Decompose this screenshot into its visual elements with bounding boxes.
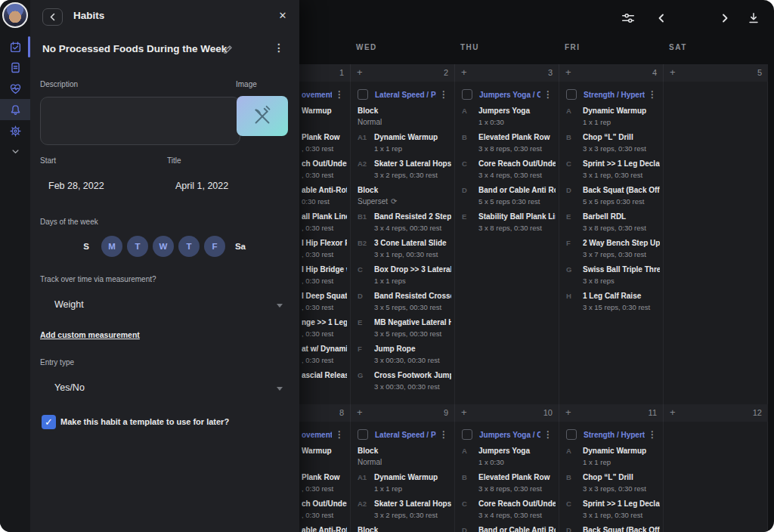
exercise-letter: A1 xyxy=(358,131,367,143)
workout-checkbox[interactable] xyxy=(566,89,577,100)
exercise-row: CBox Drop >> 3 Lateral H...1 x 1 reps xyxy=(350,264,454,286)
kebab-menu-icon[interactable]: ⋮ xyxy=(335,90,344,99)
workout-title[interactable]: Jumpers Yoga / Core xyxy=(479,431,540,439)
column-divider xyxy=(663,422,664,532)
workout-title[interactable]: Lateral Speed / Plyo xyxy=(375,431,436,439)
day-toggle-m[interactable]: M xyxy=(101,236,122,257)
entry-type-select[interactable]: Yes/No xyxy=(54,382,85,393)
kebab-menu-icon[interactable]: ⋮ xyxy=(543,430,553,439)
exercise-list: BlockNormalA1Dynamic Warmup1 x 1 repA2Sk… xyxy=(350,102,454,392)
workout-title[interactable]: Jumpers Yoga / Core xyxy=(479,91,540,99)
add-workout-button[interactable]: + xyxy=(357,407,363,419)
add-custom-measurement-link[interactable]: Add custom measurement xyxy=(40,330,140,339)
document-icon xyxy=(9,61,22,74)
close-icon[interactable]: ✕ xyxy=(276,8,289,22)
workout-title[interactable]: Strength / Hypertro... xyxy=(584,431,645,439)
block-type: Normal xyxy=(358,456,454,468)
add-workout-button[interactable]: + xyxy=(461,66,467,79)
exercise-name: Sprint >> 1 Leg Declarations xyxy=(583,158,660,169)
day-toggle-f[interactable]: F xyxy=(204,236,225,257)
template-checkbox-label: Make this habit a template to use for la… xyxy=(60,417,229,426)
exercise-name: Dynamic Warmup xyxy=(583,105,660,116)
download-icon[interactable] xyxy=(745,10,762,26)
exercise-letter: F xyxy=(566,237,571,249)
kebab-menu-icon[interactable]: ⋮ xyxy=(439,90,448,99)
sidebar-item-reminders[interactable] xyxy=(0,99,30,120)
workout-card-header: Lateral Speed / Plyo⋮ xyxy=(358,427,448,442)
day-toggle-w[interactable]: W xyxy=(153,236,174,257)
exercise-detail: 3 x 5 reps, 00:30 rest xyxy=(374,328,454,339)
workout-card-header: Strength / Hypertro...⋮ xyxy=(566,87,657,102)
sidebar-item-health[interactable] xyxy=(0,78,30,99)
pencil-icon[interactable] xyxy=(223,45,233,54)
add-workout-button[interactable]: + xyxy=(670,407,676,419)
block-name: Block xyxy=(358,445,451,456)
start-date-field[interactable]: Feb 28, 2022 xyxy=(48,181,104,191)
exercise-row: B1Band Resisted 2 Step Late...3 x 4 reps… xyxy=(350,211,454,234)
day-toggle-s[interactable]: S xyxy=(76,236,97,257)
exercise-name: Sprint >> 1 Leg Declarations xyxy=(583,498,660,509)
workout-title[interactable]: Lateral Speed / Plyo xyxy=(375,91,436,99)
chevron-down-icon[interactable] xyxy=(277,304,283,308)
add-workout-button[interactable]: + xyxy=(670,66,676,79)
exercise-row: BChop “L” Drill3 x 3 reps, 0:30 rest xyxy=(559,131,663,154)
back-button[interactable] xyxy=(42,8,63,26)
workout-checkbox[interactable] xyxy=(358,429,368,440)
chevron-down-icon[interactable] xyxy=(277,387,283,391)
day-cell-header: +2 xyxy=(350,64,454,82)
day-number: 9 xyxy=(444,408,448,417)
exercise-name: Jump Rope xyxy=(374,343,451,354)
day-toggle-t[interactable]: T xyxy=(178,236,200,257)
day-toggle-t[interactable]: T xyxy=(127,236,148,257)
title-date-field[interactable]: April 1, 2022 xyxy=(175,181,228,191)
workout-card-header: ovement Q...⋮ xyxy=(302,87,344,102)
workout-checkbox[interactable] xyxy=(358,89,368,100)
add-workout-button[interactable]: + xyxy=(565,407,571,419)
kebab-menu-icon[interactable]: ⋮ xyxy=(648,430,657,439)
kebab-menu-icon[interactable]: ⋮ xyxy=(335,430,344,439)
exercise-letter: A xyxy=(462,105,467,116)
add-workout-button[interactable]: + xyxy=(461,407,467,419)
workout-title[interactable]: ovement Q... xyxy=(302,91,332,99)
sidebar-item-documents[interactable] xyxy=(0,57,30,78)
workout-checkbox[interactable] xyxy=(462,429,472,440)
workout-checkbox[interactable] xyxy=(566,429,577,440)
workout-checkbox[interactable] xyxy=(462,89,472,100)
exercise-letter: E xyxy=(462,211,466,222)
description-input[interactable] xyxy=(40,97,240,145)
workout-title[interactable]: Strength / Hypertro... xyxy=(584,91,645,99)
block-type: Normal xyxy=(358,116,454,128)
sidebar-item-settings[interactable] xyxy=(0,120,30,141)
sidebar-expand-button[interactable] xyxy=(0,141,30,162)
exercise-name: Band or Cable Anti Rotati... xyxy=(478,524,556,532)
add-workout-button[interactable]: + xyxy=(565,66,571,79)
template-checkbox[interactable]: ✓ xyxy=(42,415,56,429)
exercise-detail: 3 x 8 reps, 0:30 rest xyxy=(478,222,559,234)
exercise-detail: 1 x 1 rep xyxy=(583,456,663,468)
kebab-menu-icon[interactable]: ⋮ xyxy=(543,90,553,99)
column-divider xyxy=(767,82,768,404)
add-workout-button[interactable]: + xyxy=(357,66,363,79)
exercise-row: GSwiss Ball Triple Threat3 x 8 reps xyxy=(559,264,663,286)
habit-image-tile[interactable] xyxy=(237,96,288,136)
kebab-menu-icon[interactable]: ⋮ xyxy=(648,90,657,99)
workout-title[interactable]: ovement Q... xyxy=(302,431,332,439)
day-number: 1 xyxy=(339,68,344,77)
kebab-menu-icon[interactable]: ⋮ xyxy=(274,42,284,54)
exercise-row: EStability Ball Plank Linear ...3 x 8 re… xyxy=(454,211,559,234)
kebab-menu-icon[interactable]: ⋮ xyxy=(439,430,448,439)
chevron-right-icon[interactable] xyxy=(717,10,733,26)
sidebar-item-calendar[interactable] xyxy=(0,36,30,57)
filter-sliders-icon[interactable] xyxy=(620,10,636,26)
measurement-select[interactable]: Weight xyxy=(54,299,84,310)
exercise-name: Cross Footwork Jump Rope xyxy=(374,370,451,381)
exercise-letter: C xyxy=(358,264,363,275)
exercise-detail: 3 x 8 reps, 0:30 rest xyxy=(583,222,663,234)
workout-card-header: Jumpers Yoga / Core⋮ xyxy=(462,427,553,442)
day-number: 2 xyxy=(444,68,448,77)
day-toggle-sa[interactable]: Sa xyxy=(230,236,251,257)
avatar[interactable] xyxy=(2,2,28,28)
chevron-left-icon[interactable] xyxy=(653,10,670,26)
exercise-letter: B2 xyxy=(358,237,367,249)
exercise-name: l Hip Flexor Rais... xyxy=(302,237,347,249)
